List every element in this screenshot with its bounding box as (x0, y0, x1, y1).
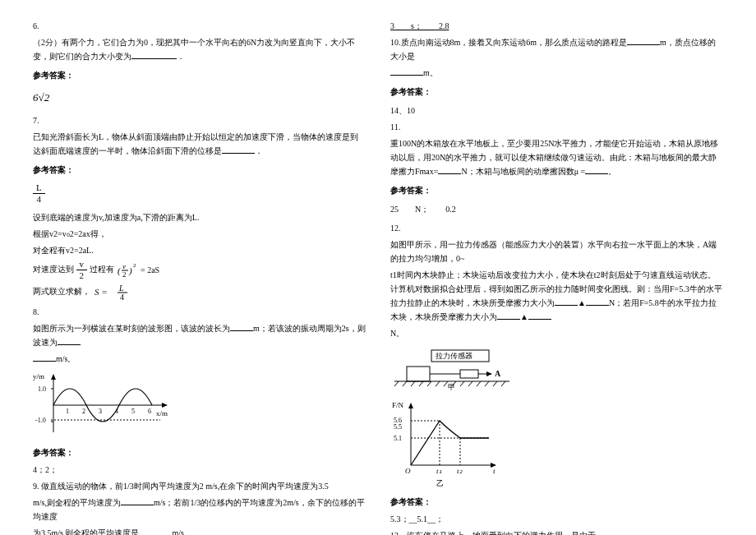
left-column: 6. （2分）有两个力，它们合力为0，现把其中一个水平向右的6N力改为向竖直向下… (33, 16, 366, 535)
q8-t3: m/s。 (56, 354, 76, 363)
svg-line-40 (436, 381, 440, 386)
svg-rect-30 (460, 370, 478, 378)
q7-half-den: 2 (76, 270, 88, 280)
svg-line-44 (468, 381, 472, 386)
q9-blank2 (139, 526, 172, 535)
wave-xlabel: x/m (156, 409, 168, 417)
svg-text:t₂: t₂ (457, 467, 463, 475)
svg-line-43 (460, 381, 464, 386)
svg-text:t₁: t₁ (436, 467, 442, 475)
q11-blank2 (585, 164, 608, 174)
q7-body: 已知光滑斜面长为L，物体从斜面顶端由静止开始以恒定的加速度下滑，当物体的速度是到… (33, 132, 358, 155)
svg-line-47 (493, 381, 497, 386)
svg-line-48 (501, 381, 505, 386)
svg-line-36 (403, 381, 407, 386)
q10-num: 10. (390, 38, 401, 47)
q10-blank2 (390, 66, 423, 76)
sensor-svg: 拉力传感器 A 甲 (390, 345, 514, 390)
q9-blank1 (121, 496, 154, 505)
svg-text:F/N: F/N (392, 401, 404, 409)
svg-line-38 (419, 381, 423, 386)
q6-number: 6. (33, 19, 366, 33)
svg-text:O: O (405, 467, 411, 475)
q12-number: 12. (390, 221, 723, 235)
q8-blank3 (33, 352, 56, 362)
svg-text:3: 3 (99, 408, 102, 415)
q6-period: ． (177, 52, 185, 61)
q13-blank (596, 528, 629, 535)
q11-ans-heading: 参考答案： (390, 183, 723, 197)
svg-line-37 (411, 381, 415, 386)
q11-answer: 25 N； 0.2 (390, 202, 723, 216)
q7-period: ． (255, 146, 263, 155)
q9-t5: m/s (172, 528, 183, 535)
q13: 13．汽车停在马路上，地面受到向下的弹力作用，是由于 (390, 528, 723, 535)
q10-t3: m。 (423, 68, 438, 77)
svg-text:-1.0: -1.0 (35, 417, 46, 424)
q10-answer: 14、10 (390, 104, 723, 118)
q9-t1: 做直线运动的物体，前1/3时间内平均速度为2 m/s,在余下的时间内平均速度为3… (41, 482, 329, 491)
svg-text:6: 6 (148, 408, 151, 415)
q9: 9. 做直线运动的物体，前1/3时间内平均速度为2 m/s,在余下的时间内平均速… (33, 479, 366, 493)
wave-ylabel: y/m (33, 372, 44, 380)
q10-line2: m。 (390, 66, 723, 80)
q10-ans-heading: 参考答案： (390, 85, 723, 99)
svg-text:2: 2 (122, 270, 127, 279)
q7-work5a: 两式联立求解， (33, 287, 90, 296)
q6-blank (131, 49, 177, 59)
svg-line-45 (477, 381, 481, 386)
q7-frac-den: 4 (33, 194, 45, 204)
svg-text:L: L (118, 284, 124, 293)
exam-page: 6. （2分）有两个力，它们合力为0，现把其中一个水平向右的6N力改为向竖直向下… (33, 16, 723, 535)
q12-text2: t1时间内木块静止；木块运动后改变拉力大小，使木块在t2时刻后处于匀速直线运动状… (390, 268, 723, 324)
q6-answer: 6√2 (33, 87, 366, 108)
svg-text:5.5: 5.5 (394, 423, 402, 431)
q7-text: 已知光滑斜面长为L，物体从斜面顶端由静止开始以恒定的加速度下滑，当物体的速度是到… (33, 130, 366, 158)
svg-marker-51 (408, 403, 413, 408)
svg-text:2: 2 (133, 262, 136, 269)
q11-t2: N；木箱与地板间的动摩擦因数μ = (461, 167, 585, 176)
svg-text:): ) (128, 265, 132, 276)
q6-ans-heading: 参考答案： (33, 68, 366, 82)
svg-line-35 (394, 381, 399, 386)
svg-text:(: ( (118, 265, 122, 276)
q8-t1: 如图所示为一列横波在某时刻的波形图，该波的波长为 (33, 324, 230, 333)
svg-text:= 2aS: = 2aS (141, 265, 159, 274)
svg-text:甲: 甲 (448, 383, 455, 390)
q10-blank1 (627, 35, 660, 45)
svg-marker-14 (162, 403, 168, 408)
q11-t3: 。 (608, 167, 616, 176)
svg-text:1: 1 (66, 408, 69, 415)
svg-text:4: 4 (120, 293, 124, 302)
q8-blank2 (58, 335, 81, 345)
q7-frac-num: L (33, 183, 45, 194)
svg-rect-28 (407, 367, 430, 381)
q6-body: （2分）有两个力，它们合力为0，现把其中一个水平向右的6N力改为向竖直向下，大小… (33, 38, 355, 61)
svg-line-46 (485, 381, 489, 386)
top-answer: 3 s； 2.8 (390, 19, 723, 33)
graph-caption: 乙 (390, 477, 489, 490)
q9-line2: m/s,则全程的平均速度为m/s；若前1/3的位移内的平均速度为2m/s，余下的… (33, 496, 366, 523)
svg-text:拉力传感器: 拉力传感器 (436, 352, 472, 360)
q7-work5: 两式联立求解， S = L 4 (33, 283, 366, 302)
q7-half-frac: v 2 (76, 260, 88, 280)
q12-blank1b (586, 296, 609, 306)
q7-work3: 对全程有v2=2aL. (33, 243, 366, 257)
triangle-2: ▲ (520, 312, 528, 321)
q13-num: 13． (390, 531, 407, 535)
q7-work4a: 对速度达到 (33, 265, 74, 274)
q7-work1: 设到底端的速度为v,加速度为a,下滑的距离为L. (33, 210, 366, 224)
q8-unit: m/s。 (33, 352, 366, 366)
sensor-diagram: 拉力传感器 A 甲 (390, 345, 723, 394)
q7-work4b: 过程有 (90, 265, 114, 274)
q12-blank2 (497, 310, 520, 320)
svg-text:5: 5 (131, 408, 135, 415)
q10: 10.质点向南运动8m，接着又向东运动6m，那么质点运动的路程是m，质点位移的大… (390, 35, 723, 63)
q8-ans-heading: 参考答案： (33, 445, 366, 459)
q12-blank2b (528, 310, 551, 320)
wave-svg: y/m x/m 1.0 -1.0 1 2 3 4 5 6 (33, 371, 173, 440)
q11-number: 11. (390, 120, 723, 134)
q7-number: 7. (33, 113, 366, 127)
q11-blank1 (438, 164, 461, 174)
q9-t2: m/s,则全程的平均速度为 (33, 498, 121, 507)
